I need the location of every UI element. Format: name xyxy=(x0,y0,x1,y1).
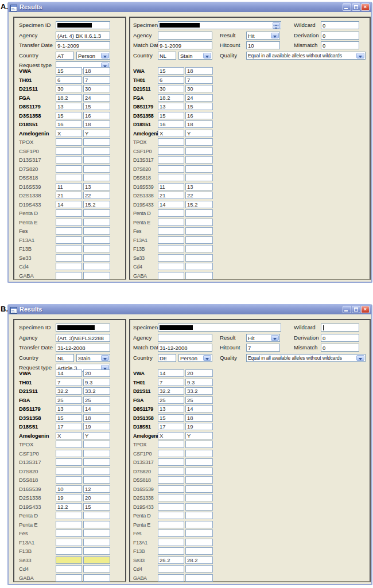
allele-field-2[interactable]: 33.2 xyxy=(83,387,110,395)
allele-field-1[interactable] xyxy=(56,521,82,528)
wildcard-field[interactable] xyxy=(321,324,359,332)
allele-field-2[interactable] xyxy=(83,254,110,262)
allele-field-2[interactable] xyxy=(185,156,213,163)
chevron-down-icon[interactable] xyxy=(271,335,279,341)
allele-field-1[interactable]: 11 xyxy=(158,183,184,190)
allele-field-2[interactable]: 24 xyxy=(185,94,213,102)
allele-field-1[interactable] xyxy=(56,245,82,252)
allele-field-1[interactable]: 13 xyxy=(158,405,184,412)
allele-field-1[interactable] xyxy=(56,450,82,457)
country-code-field[interactable]: AT xyxy=(56,52,74,60)
allele-field-2[interactable]: 22 xyxy=(83,192,110,199)
allele-field-1[interactable] xyxy=(158,565,184,573)
allele-field-2[interactable]: 18 xyxy=(83,414,110,422)
allele-field-2[interactable]: 25 xyxy=(185,396,213,404)
allele-field-1[interactable] xyxy=(158,147,184,155)
allele-field-1[interactable] xyxy=(56,156,82,163)
allele-field-1[interactable]: 15 xyxy=(158,414,184,422)
allele-field-1[interactable] xyxy=(158,539,184,546)
allele-field-1[interactable] xyxy=(158,219,184,226)
allele-field-1[interactable]: 7 xyxy=(56,379,82,386)
maximize-button[interactable] xyxy=(352,3,360,11)
allele-field-2[interactable] xyxy=(83,174,110,181)
specimen-id-field[interactable] xyxy=(56,21,110,29)
allele-field-2[interactable] xyxy=(185,209,213,217)
allele-field-1[interactable]: 11 xyxy=(56,183,82,190)
allele-field-1[interactable] xyxy=(56,209,82,217)
titlebar[interactable]: Results × xyxy=(9,2,371,12)
allele-field-1[interactable]: 30 xyxy=(158,85,184,92)
specimen-id-field[interactable] xyxy=(56,324,110,332)
allele-field-2[interactable]: 30 xyxy=(185,85,213,92)
allele-field-1[interactable] xyxy=(158,138,184,146)
agency-field[interactable] xyxy=(158,334,212,342)
allele-field-1[interactable] xyxy=(56,174,82,181)
allele-field-1[interactable] xyxy=(56,512,82,519)
allele-field-2[interactable] xyxy=(83,236,110,244)
allele-field-1[interactable] xyxy=(158,512,184,519)
close-button[interactable]: × xyxy=(361,306,370,313)
allele-field-2[interactable]: 15.2 xyxy=(83,201,110,208)
allele-field-2[interactable]: 15 xyxy=(83,103,110,110)
allele-field-1[interactable]: 15 xyxy=(158,112,184,119)
quality-dropdown[interactable]: Equal in all available alleles without w… xyxy=(246,52,366,60)
allele-field-1[interactable] xyxy=(158,236,184,244)
allele-field-2[interactable] xyxy=(83,512,110,519)
allele-field-1[interactable] xyxy=(56,574,82,582)
allele-field-2[interactable]: 9.3 xyxy=(83,379,110,386)
allele-field-1[interactable]: 17 xyxy=(158,423,184,430)
allele-field-2[interactable] xyxy=(185,254,213,262)
agency-field[interactable] xyxy=(158,32,212,40)
allele-field-2[interactable] xyxy=(185,263,213,270)
allele-field-2[interactable]: 9.3 xyxy=(185,379,213,386)
allele-field-1[interactable]: 15 xyxy=(56,414,82,422)
spin-up-icon[interactable] xyxy=(273,22,280,26)
allele-field-1[interactable]: 32.2 xyxy=(56,387,82,395)
allele-field-2[interactable]: Y xyxy=(83,432,110,439)
derivation-field[interactable]: 0 xyxy=(321,334,359,342)
allele-field-2[interactable]: 19 xyxy=(185,423,213,430)
mismatch-field[interactable]: 0 xyxy=(321,344,359,352)
chevron-down-icon[interactable] xyxy=(356,53,364,59)
allele-field-1[interactable]: 18.2 xyxy=(158,94,184,102)
allele-field-2[interactable]: 18 xyxy=(185,67,213,75)
specimen-id-field[interactable] xyxy=(158,21,281,29)
close-button[interactable]: × xyxy=(361,3,370,11)
allele-field-1[interactable] xyxy=(158,450,184,457)
allele-field-2[interactable] xyxy=(83,476,110,484)
allele-field-1[interactable] xyxy=(56,227,82,235)
derivation-field[interactable]: 0 xyxy=(321,32,359,40)
chevron-down-icon[interactable] xyxy=(203,53,211,59)
allele-field-1[interactable]: 21 xyxy=(158,192,184,199)
chevron-down-icon[interactable] xyxy=(203,355,211,361)
allele-field-1[interactable] xyxy=(158,441,184,448)
allele-field-1[interactable]: 15 xyxy=(56,112,82,119)
allele-field-2[interactable] xyxy=(83,529,110,537)
allele-field-1[interactable] xyxy=(56,147,82,155)
allele-field-2[interactable] xyxy=(185,458,213,466)
agency-field[interactable]: (Art. 4) BK II.6.1.3 xyxy=(56,32,110,40)
quality-dropdown[interactable]: Equal in all available alleles without w… xyxy=(246,354,366,362)
allele-field-2[interactable]: 24 xyxy=(83,94,110,102)
allele-field-1[interactable] xyxy=(56,565,82,573)
allele-field-2[interactable] xyxy=(83,227,110,235)
country-code-field[interactable]: NL xyxy=(56,354,74,362)
allele-field-2[interactable] xyxy=(83,272,110,279)
allele-field-2[interactable]: 20 xyxy=(185,369,213,377)
allele-field-2[interactable] xyxy=(185,165,213,173)
spin-down-icon[interactable] xyxy=(273,26,280,29)
allele-field-2[interactable] xyxy=(185,227,213,235)
allele-field-2[interactable] xyxy=(185,450,213,457)
allele-field-2[interactable]: 30 xyxy=(83,85,110,92)
allele-field-2[interactable] xyxy=(185,219,213,226)
country-kind-dropdown[interactable]: Person xyxy=(178,354,212,362)
allele-field-1[interactable] xyxy=(158,174,184,181)
allele-field-2[interactable] xyxy=(83,219,110,226)
hitcount-field[interactable]: 7 xyxy=(246,344,280,352)
allele-field-1[interactable]: 6 xyxy=(158,76,184,84)
allele-field-1[interactable]: 32.2 xyxy=(158,387,184,395)
allele-field-1[interactable] xyxy=(158,227,184,235)
allele-field-1[interactable] xyxy=(56,547,82,555)
allele-field-1[interactable]: 15 xyxy=(56,67,82,75)
allele-field-1[interactable]: 13 xyxy=(56,405,82,412)
